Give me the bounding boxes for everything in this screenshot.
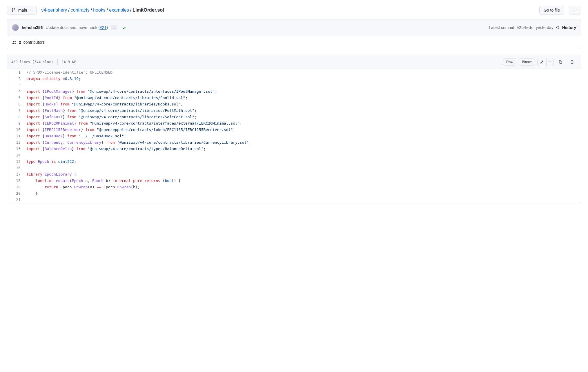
line-number[interactable]: 7 bbox=[7, 107, 25, 114]
delete-button[interactable] bbox=[567, 58, 577, 66]
code-content[interactable]: import {BalanceDelta} from "@uniswap/v4-… bbox=[25, 146, 581, 152]
line-number[interactable]: 12 bbox=[7, 139, 25, 146]
edit-button[interactable] bbox=[537, 58, 547, 66]
code-line: 2pragma solidity =0.8.19; bbox=[7, 76, 581, 82]
latest-commit-row: hensha256 Update docs and move hook (#21… bbox=[7, 19, 581, 36]
contributors-label: contributors bbox=[23, 40, 45, 45]
line-number[interactable]: 21 bbox=[7, 197, 25, 203]
latest-commit-label: Latest commit bbox=[489, 25, 514, 30]
code-line: 3 bbox=[7, 82, 581, 88]
history-link[interactable]: History bbox=[556, 25, 576, 30]
code-line: 9import {IERC20Minimal} from "@uniswap/v… bbox=[7, 120, 581, 127]
line-number[interactable]: 18 bbox=[7, 178, 25, 184]
copy-button[interactable] bbox=[556, 58, 565, 66]
code-view: 1// SPDX-License-Identifier: UNLICENSED2… bbox=[7, 69, 581, 203]
line-number[interactable]: 9 bbox=[7, 120, 25, 127]
code-line: 11import {BaseHook} from "../../BaseHook… bbox=[7, 133, 581, 139]
code-content[interactable] bbox=[25, 152, 581, 158]
code-content[interactable]: // SPDX-License-Identifier: UNLICENSED bbox=[25, 69, 581, 76]
contributors-count: 2 bbox=[19, 40, 21, 45]
line-number[interactable]: 14 bbox=[7, 152, 25, 158]
commit-message[interactable]: Update docs and move hook (#21) bbox=[46, 25, 108, 30]
code-line: 16 bbox=[7, 165, 581, 171]
contributors-row[interactable]: 2 contributors bbox=[7, 36, 581, 49]
pencil-icon bbox=[540, 60, 544, 64]
file-size: 14.9 KB bbox=[62, 60, 77, 64]
checks-passed-icon[interactable] bbox=[122, 25, 126, 30]
code-content[interactable]: pragma solidity =0.8.19; bbox=[25, 76, 581, 82]
svg-rect-3 bbox=[560, 61, 562, 63]
code-line: 21 bbox=[7, 197, 581, 203]
code-line: 10import {IERC1155Receiver} from "@openz… bbox=[7, 127, 581, 133]
caret-down-icon bbox=[549, 61, 551, 63]
breadcrumb-link[interactable]: v4-periphery bbox=[41, 8, 67, 13]
commit-meta: Latest commit 02b4edc yesterday History bbox=[489, 25, 576, 30]
copy-icon bbox=[558, 60, 562, 64]
line-number[interactable]: 19 bbox=[7, 184, 25, 190]
avatar[interactable] bbox=[12, 24, 19, 31]
commit-summary-box: hensha256 Update docs and move hook (#21… bbox=[7, 19, 581, 49]
code-line: 15type Epoch is uint232; bbox=[7, 158, 581, 165]
commit-author[interactable]: hensha256 bbox=[22, 25, 43, 30]
svg-point-0 bbox=[574, 10, 574, 10]
line-number[interactable]: 10 bbox=[7, 127, 25, 133]
svg-point-1 bbox=[575, 10, 575, 10]
more-options-button[interactable] bbox=[569, 6, 581, 14]
line-number[interactable]: 15 bbox=[7, 158, 25, 165]
line-number[interactable]: 1 bbox=[7, 69, 25, 76]
code-content[interactable]: import {SafeCast} from "@uniswap/v4-core… bbox=[25, 114, 581, 120]
code-content[interactable]: import {BaseHook} from "../../BaseHook.s… bbox=[25, 133, 581, 139]
breadcrumb: v4-periphery / contracts / hooks / examp… bbox=[41, 8, 535, 13]
code-line: 17library EpochLibrary { bbox=[7, 171, 581, 178]
code-content[interactable] bbox=[25, 197, 581, 203]
blame-button[interactable]: Blame bbox=[519, 59, 535, 65]
line-number[interactable]: 16 bbox=[7, 165, 25, 171]
code-content[interactable]: import {Hooks} from "@uniswap/v4-core/co… bbox=[25, 101, 581, 107]
edit-dropdown-button[interactable] bbox=[547, 58, 553, 66]
code-content[interactable]: import {IERC20Minimal} from "@uniswap/v4… bbox=[25, 120, 581, 127]
breadcrumb-link[interactable]: contracts bbox=[71, 8, 90, 13]
code-content[interactable]: } bbox=[25, 190, 581, 197]
code-content[interactable]: import {PoolId} from "@uniswap/v4-core/c… bbox=[25, 95, 581, 101]
line-number[interactable]: 4 bbox=[7, 88, 25, 95]
commit-sha[interactable]: 02b4edc bbox=[516, 25, 533, 30]
branch-selector[interactable]: main bbox=[7, 6, 37, 14]
trash-icon bbox=[570, 60, 574, 64]
code-content[interactable]: import {FullMath} from "@uniswap/v4-core… bbox=[25, 107, 581, 114]
line-number[interactable]: 13 bbox=[7, 146, 25, 152]
code-content[interactable] bbox=[25, 165, 581, 171]
code-content[interactable] bbox=[25, 82, 581, 88]
caret-down-icon bbox=[29, 9, 32, 12]
code-content[interactable]: import {Currency, CurrencyLibrary} from … bbox=[25, 139, 581, 146]
raw-button[interactable]: Raw bbox=[503, 59, 516, 65]
code-content[interactable]: import {IPoolManager} from "@uniswap/v4-… bbox=[25, 88, 581, 95]
line-number[interactable]: 11 bbox=[7, 133, 25, 139]
expand-message-button[interactable]: … bbox=[111, 25, 117, 30]
line-number[interactable]: 17 bbox=[7, 171, 25, 178]
breadcrumb-link[interactable]: examples bbox=[109, 8, 129, 13]
line-number[interactable]: 2 bbox=[7, 76, 25, 82]
code-line: 12import {Currency, CurrencyLibrary} fro… bbox=[7, 139, 581, 146]
code-content[interactable]: library EpochLibrary { bbox=[25, 171, 581, 178]
branch-name: main bbox=[18, 8, 27, 12]
breadcrumb-link[interactable]: hooks bbox=[93, 8, 106, 13]
line-number[interactable]: 8 bbox=[7, 114, 25, 120]
git-branch-icon bbox=[11, 8, 16, 12]
code-line: 13import {BalanceDelta} from "@uniswap/v… bbox=[7, 146, 581, 152]
line-number[interactable]: 5 bbox=[7, 95, 25, 101]
line-number[interactable]: 6 bbox=[7, 101, 25, 107]
code-line: 7import {FullMath} from "@uniswap/v4-cor… bbox=[7, 107, 581, 114]
code-content[interactable]: function equals(Epoch a, Epoch b) intern… bbox=[25, 178, 581, 184]
line-number[interactable]: 20 bbox=[7, 190, 25, 197]
pr-link[interactable]: #21 bbox=[100, 25, 106, 30]
code-content[interactable]: import {IERC1155Receiver} from "@openzep… bbox=[25, 127, 581, 133]
code-line: 5import {PoolId} from "@uniswap/v4-core/… bbox=[7, 95, 581, 101]
code-line: 20 } bbox=[7, 190, 581, 197]
code-line: 8import {SafeCast} from "@uniswap/v4-cor… bbox=[7, 114, 581, 120]
line-number[interactable]: 3 bbox=[7, 82, 25, 88]
code-content[interactable]: return Epoch.unwrap(a) == Epoch.unwrap(b… bbox=[25, 184, 581, 190]
code-line: 6import {Hooks} from "@uniswap/v4-core/c… bbox=[7, 101, 581, 107]
go-to-file-button[interactable]: Go to file bbox=[539, 6, 564, 14]
code-content[interactable]: type Epoch is uint232; bbox=[25, 158, 581, 165]
code-line: 1// SPDX-License-Identifier: UNLICENSED bbox=[7, 69, 581, 76]
